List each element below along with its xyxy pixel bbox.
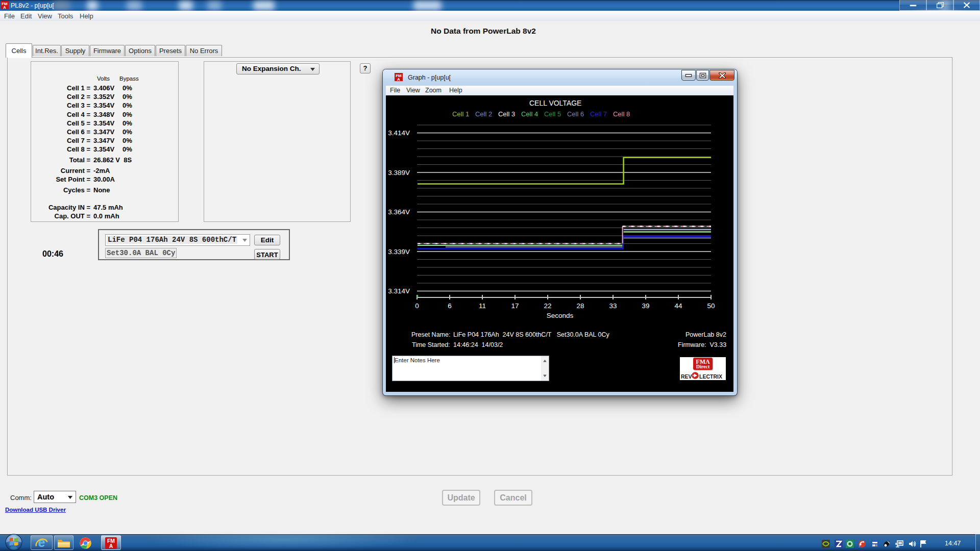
svg-text:e: e (38, 536, 45, 549)
svg-text:33: 33 (609, 302, 617, 310)
svg-text:22: 22 (544, 302, 551, 310)
svg-text:Cell 3: Cell 3 (498, 110, 515, 118)
svg-text:0: 0 (415, 302, 419, 310)
svg-text:3.389V: 3.389V (388, 169, 410, 177)
svg-text:39: 39 (642, 302, 649, 310)
svg-text:3.364V: 3.364V (388, 208, 410, 216)
svg-text:28: 28 (576, 302, 584, 310)
svg-text:Cell 7: Cell 7 (590, 110, 607, 118)
svg-text:11: 11 (479, 302, 486, 310)
svg-text:17: 17 (511, 302, 519, 310)
svg-text:Cell 8: Cell 8 (613, 110, 630, 118)
svg-text:50: 50 (707, 302, 715, 310)
svg-text:A: A (397, 77, 400, 81)
svg-text:3.414V: 3.414V (388, 129, 410, 137)
svg-text:Seconds: Seconds (547, 312, 574, 319)
svg-text:A: A (3, 5, 6, 9)
svg-text:3.339V: 3.339V (388, 248, 410, 256)
svg-text:Cell 6: Cell 6 (567, 110, 584, 118)
svg-text:Cell 4: Cell 4 (521, 110, 538, 118)
svg-text:Cell 2: Cell 2 (475, 110, 492, 118)
svg-text:A: A (109, 543, 113, 549)
svg-text:3.314V: 3.314V (388, 287, 410, 295)
svg-text:6: 6 (448, 302, 452, 310)
svg-text:Cell 5: Cell 5 (544, 110, 561, 118)
svg-text:Cell 1: Cell 1 (452, 110, 469, 118)
svg-text:44: 44 (674, 302, 682, 310)
